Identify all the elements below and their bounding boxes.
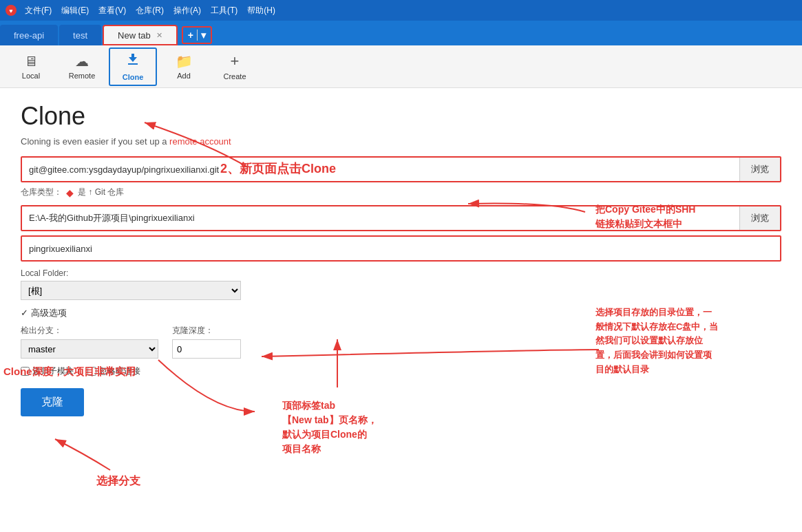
checkbox-row: 递归子模块 忽略硬连接 [21, 365, 781, 377]
folder-icon: 📁 [176, 53, 193, 70]
new-tab-plus-icon[interactable]: + [186, 30, 196, 41]
ignore-hooks-input[interactable] [87, 367, 96, 376]
checkout-branch-label: 检出分支： [21, 325, 158, 337]
new-tab-dropdown-icon[interactable]: ▾ [199, 30, 208, 41]
local-folder-label: Local Folder: [21, 268, 781, 278]
repo-type-label: 仓库类型： [21, 187, 62, 198]
browse-button-1[interactable]: 浏览 [739, 158, 780, 181]
advanced-toggle[interactable]: ✓ 高级选项 [21, 307, 781, 319]
tab-free-api[interactable]: free-api [0, 25, 58, 45]
ignore-hooks-label: 忽略硬连接 [99, 365, 140, 377]
tab-free-api-label: free-api [14, 30, 44, 41]
toolbar-clone-label: Clone [123, 73, 144, 81]
title-bar: ♥ 文件(F) 编辑(E) 查看(V) 仓库(R) 操作(A) 工具(T) 帮助… [0, 0, 802, 21]
advanced-section: ✓ 高级选项 检出分支： master 克隆深度： 递归子模块 忽略硬连接 [21, 307, 781, 377]
tab-new-area: + ▾ [182, 25, 212, 45]
menu-action[interactable]: 操作(A) [173, 5, 201, 17]
folder-select-row: [根] [21, 281, 781, 300]
repo-type-row: 仓库类型： ◆ 是 ↑ Git 仓库 [21, 187, 781, 198]
app-icon: ♥ [6, 5, 17, 16]
url-input-row: 浏览 [21, 156, 781, 182]
plus-icon: + [231, 52, 240, 70]
new-tab-button[interactable]: + ▾ [182, 26, 212, 44]
depth-field-group: 克隆深度： [172, 325, 241, 359]
menu-tools[interactable]: 工具(T) [211, 5, 238, 17]
menu-bar[interactable]: 文件(F) 编辑(E) 查看(V) 仓库(R) 操作(A) 工具(T) 帮助(H… [25, 5, 275, 17]
repo-type-value: 是 ↑ Git 仓库 [78, 187, 124, 198]
clone-subtitle: Cloning is even easier if you set up a r… [21, 136, 781, 147]
annotation-branch: 选择分支 [96, 474, 140, 489]
tab-new-tab-close[interactable]: ✕ [156, 31, 162, 40]
clone-button[interactable]: 克隆 [21, 388, 84, 416]
menu-view[interactable]: 查看(V) [98, 5, 126, 17]
toolbar-add[interactable]: 📁 Add [160, 47, 208, 86]
recurse-submodules-input[interactable] [21, 367, 30, 376]
ignore-hooks-checkbox[interactable]: 忽略硬连接 [87, 365, 140, 377]
toolbar-add-label: Add [177, 72, 191, 80]
advanced-fields: 检出分支： master 克隆深度： [21, 325, 781, 359]
svg-rect-4 [131, 54, 134, 59]
depth-input[interactable] [172, 339, 241, 359]
menu-edit[interactable]: 编辑(E) [61, 5, 89, 17]
toolbar: 🖥 Local ☁ Remote Clone 📁 Add + Create [0, 45, 802, 88]
branch-field-group: 检出分支： master [21, 325, 158, 359]
download-icon [125, 52, 140, 71]
tab-bar: free-api test New tab ✕ + ▾ [0, 21, 802, 45]
toolbar-remote[interactable]: ☁ Remote [58, 47, 106, 86]
toolbar-local[interactable]: 🖥 Local [7, 47, 55, 86]
tab-new-tab-label: New tab [118, 30, 151, 41]
local-path-input[interactable] [22, 206, 739, 230]
local-path-row: 浏览 [21, 205, 781, 231]
annotation-tab-name: 顶部标签tab 【New tab】页名称， 默认为项目Clone的 项目名称 [282, 384, 434, 456]
name-input-row [21, 235, 781, 262]
folder-dropdown[interactable]: [根] [21, 281, 241, 300]
depth-label: 克隆深度： [172, 325, 241, 337]
toolbar-local-label: Local [22, 72, 40, 80]
toolbar-create[interactable]: + Create [211, 47, 259, 86]
tab-btn-divider [197, 30, 198, 41]
menu-repo[interactable]: 仓库(R) [136, 5, 164, 17]
branch-dropdown[interactable]: master [21, 339, 158, 359]
browse-button-2[interactable]: 浏览 [739, 206, 780, 230]
tab-test[interactable]: test [59, 25, 101, 45]
toolbar-create-label: Create [223, 72, 246, 81]
svg-text:♥: ♥ [9, 8, 12, 14]
menu-help[interactable]: 帮助(H) [247, 5, 275, 17]
recurse-submodules-checkbox[interactable]: 递归子模块 [21, 365, 74, 377]
menu-file[interactable]: 文件(F) [25, 5, 52, 17]
tab-new-tab[interactable]: New tab ✕ [103, 25, 178, 45]
tab-test-label: test [73, 30, 87, 41]
toolbar-clone[interactable]: Clone [109, 47, 157, 86]
svg-rect-2 [128, 63, 138, 65]
main-content: Clone Cloning is even easier if you set … [0, 88, 802, 532]
name-input[interactable] [22, 237, 780, 260]
remote-account-link[interactable]: remote account [169, 136, 231, 147]
diamond-icon: ◆ [66, 187, 74, 198]
url-input[interactable] [22, 158, 739, 181]
monitor-icon: 🖥 [24, 54, 38, 70]
cloud-icon: ☁ [75, 53, 89, 70]
toolbar-remote-label: Remote [69, 72, 96, 80]
recurse-submodules-label: 递归子模块 [32, 365, 74, 377]
clone-title: Clone [21, 102, 781, 131]
